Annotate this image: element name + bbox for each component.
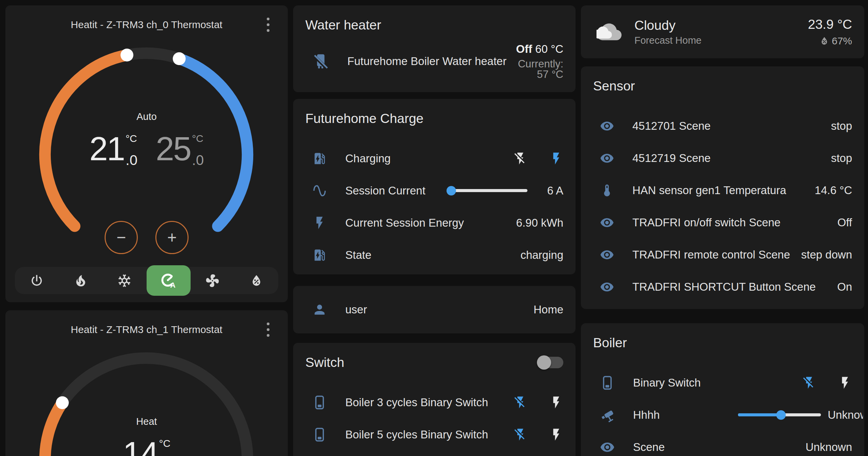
- humidity-value: 67%: [832, 35, 852, 47]
- entity-value: Unknown: [828, 409, 863, 421]
- column-middle: Water heater Futurehome Boiler Water hea…: [293, 5, 576, 456]
- cellphone-icon: [312, 427, 327, 442]
- snowflake-icon: [117, 273, 132, 288]
- charging-row[interactable]: Charging: [293, 142, 576, 174]
- flash-icon[interactable]: [549, 151, 563, 166]
- switch-group-toggle[interactable]: [538, 357, 563, 368]
- hhhh-row[interactable]: Hhhh Unknown: [581, 399, 864, 431]
- mode-button-fan[interactable]: [191, 267, 235, 294]
- temp-low-decimal: .0: [126, 154, 137, 167]
- session-current-row[interactable]: Session Current 6 A: [293, 174, 576, 207]
- water-percent-icon: [249, 273, 264, 288]
- power-icon: [29, 273, 44, 288]
- card-title: Water heater: [293, 5, 576, 33]
- entity-name: State: [345, 249, 520, 262]
- temp-low-unit: °C: [126, 133, 137, 144]
- boiler-5-cycles-row[interactable]: Boiler 5 cycles Binary Switch: [293, 418, 576, 451]
- target-temp-high: 25 °C .0: [156, 132, 204, 167]
- entity-name: Session Current: [345, 184, 447, 197]
- sensor-row[interactable]: HAN sensor gen1 Temperatura 14.6 °C: [581, 174, 864, 206]
- sensor-row[interactable]: 4512719 Scene stop: [581, 142, 864, 174]
- toggle-knob: [537, 355, 551, 370]
- scene-row[interactable]: Scene Unknown: [581, 431, 864, 456]
- mode-button-power[interactable]: [15, 267, 59, 294]
- temperature-stepper: − +: [5, 221, 288, 254]
- entity-value: step down: [801, 248, 852, 261]
- flash-off-icon[interactable]: [513, 151, 527, 166]
- flash-icon[interactable]: [549, 428, 563, 442]
- target-temperatures: 21 °C .0 25 °C .0: [5, 132, 288, 167]
- sensor-row[interactable]: TRADFRI SHORTCUT Button Scene On: [581, 271, 864, 303]
- entity-name: Hhhh: [633, 409, 738, 421]
- entity-value: stop: [831, 120, 852, 132]
- entity-name: Charging: [345, 152, 505, 165]
- current-temp: Currently: 57 °C: [506, 59, 563, 80]
- flash-off-icon[interactable]: [513, 428, 527, 442]
- thermostat-auto-icon: [160, 272, 177, 289]
- sine-wave-icon: [312, 183, 327, 198]
- entity-name: HAN sensor gen1 Temperatura: [632, 184, 815, 197]
- hvac-mode-buttons: [15, 267, 278, 294]
- mode-button-auto[interactable]: [147, 265, 191, 296]
- eye-icon: [600, 151, 614, 165]
- mode-button-cool[interactable]: [103, 267, 147, 294]
- flash-off-icon[interactable]: [513, 395, 527, 410]
- entity-name: user: [345, 303, 534, 316]
- weather-temperature: 23.9 °C: [808, 17, 852, 32]
- entity-value: 14.6 °C: [815, 184, 852, 197]
- water-heater-state: Off 60 °C Currently: 57 °C: [506, 43, 563, 80]
- card-title: Boiler: [581, 323, 864, 350]
- user-row[interactable]: user Home: [293, 286, 576, 333]
- entity-name: Scene: [633, 441, 805, 454]
- entity-value: 6.90 kWh: [516, 216, 563, 229]
- entity-value: Unknown: [805, 441, 852, 454]
- state-value: Off: [516, 43, 532, 55]
- entity-value: stop: [831, 152, 852, 165]
- target-temperatures: 14 °C: [5, 437, 288, 456]
- binary-switch-row[interactable]: Binary Switch: [581, 367, 864, 399]
- entity-name: Boiler 5 cycles Binary Switch: [345, 428, 505, 441]
- entity-value: Off: [838, 216, 852, 229]
- weather-source: Forecast Home: [634, 35, 701, 46]
- water-heater-card: Water heater Futurehome Boiler Water hea…: [293, 5, 576, 92]
- mode-button-dry[interactable]: [234, 267, 278, 294]
- weather-condition: Cloudy: [634, 18, 701, 33]
- thermostat-card-ch1: Heatit - Z-TRM3 ch_1 Thermostat Heat 14 …: [5, 310, 288, 456]
- thermostat-dial[interactable]: [5, 310, 288, 456]
- increase-temp-button[interactable]: +: [155, 221, 189, 254]
- cctv-icon: [600, 408, 615, 422]
- temp-high-decimal: .0: [192, 154, 204, 167]
- sensor-row[interactable]: 4512701 Scene stop: [581, 110, 864, 142]
- temp-low-value: 21: [89, 132, 124, 167]
- cloudy-icon: [596, 19, 622, 44]
- ev-station-icon: [312, 151, 327, 166]
- target-temp: 60 °C: [535, 43, 563, 55]
- temp-high-value: 25: [156, 132, 191, 167]
- weather-card[interactable]: Cloudy Forecast Home 23.9 °C 67%: [581, 5, 864, 58]
- mode-button-heat[interactable]: [59, 267, 103, 294]
- column-right: Cloudy Forecast Home 23.9 °C 67% Sensor …: [581, 5, 864, 456]
- session-current-slider[interactable]: [447, 186, 527, 196]
- eye-icon: [600, 248, 614, 262]
- eye-icon: [600, 215, 614, 230]
- target-temp-low: 21 °C .0: [89, 132, 137, 167]
- sensor-row[interactable]: TRADFRI on/off switch Scene Off: [581, 206, 864, 239]
- flash-icon[interactable]: [549, 395, 563, 410]
- flash-off-icon[interactable]: [802, 376, 816, 390]
- sensor-row[interactable]: TRADFRI remote control Scene step down: [581, 239, 864, 271]
- entity-name: 4512719 Scene: [632, 152, 831, 165]
- water-heater-row[interactable]: Futurehome Boiler Water heater Off 60 °C…: [293, 41, 576, 81]
- fan-icon: [205, 273, 220, 288]
- session-energy-row[interactable]: Current Session Energy 6.90 kWh: [293, 207, 576, 239]
- boiler-3-cycles-row[interactable]: Boiler 3 cycles Binary Switch: [293, 386, 576, 418]
- decrease-temp-button[interactable]: −: [105, 221, 138, 254]
- switch-card: Switch Boiler 3 cycles Binary Switch Boi…: [293, 343, 576, 456]
- fire-icon: [73, 273, 88, 288]
- dashboard: Heatit - Z-TRM3 ch_0 Thermostat Auto 21 …: [0, 0, 868, 456]
- state-row[interactable]: State charging: [293, 239, 576, 271]
- flash-icon[interactable]: [838, 376, 852, 390]
- entity-name: TRADFRI remote control Scene: [632, 248, 801, 261]
- hhhh-slider[interactable]: [738, 410, 821, 420]
- temp-unit: °C: [159, 438, 171, 449]
- entity-value: 6 A: [542, 184, 563, 197]
